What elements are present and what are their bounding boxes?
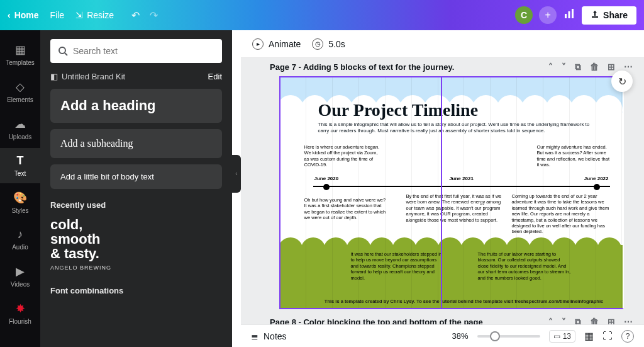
- rail-flourish[interactable]: ✸Flourish: [0, 295, 40, 331]
- canvas-title[interactable]: Our Project Timeline: [318, 100, 597, 120]
- text-block-6[interactable]: It was here that our stakeholders steppe…: [351, 251, 445, 281]
- share-label: Share: [603, 10, 628, 20]
- text-block-3[interactable]: Oh but how young and naive were we? It w…: [304, 197, 386, 221]
- videos-icon: ▶: [16, 265, 25, 278]
- canvas-footer[interactable]: This is a template created by Chris Lysy…: [318, 299, 610, 304]
- rail-audio[interactable]: ♪Audio: [0, 222, 40, 257]
- canvas-desc[interactable]: This is a simple infographic that will a…: [318, 122, 597, 135]
- delete-page-button[interactable]: 🗑: [590, 62, 599, 72]
- palette-icon: ◧: [50, 72, 58, 81]
- date-2021[interactable]: June 2021: [449, 176, 474, 181]
- duplicate-page-button-8[interactable]: ⧉: [575, 317, 581, 324]
- upload-icon: [591, 10, 599, 21]
- search-text-wrap[interactable]: [50, 39, 222, 63]
- svg-line-4: [65, 53, 67, 55]
- selection-guide: [441, 76, 442, 309]
- font-sample-cold-smooth-tasty[interactable]: cold, smooth & tasty. ANGELO BREWING: [50, 217, 222, 271]
- notes-button[interactable]: ≣ Notes: [251, 331, 287, 341]
- plus-icon: +: [545, 9, 550, 21]
- svg-rect-0: [565, 14, 567, 18]
- more-page-button-8[interactable]: ⋯: [624, 317, 633, 324]
- avatar[interactable]: C: [515, 6, 533, 24]
- rail-uploads[interactable]: ☁Uploads: [0, 111, 40, 147]
- text-block-5[interactable]: Coming up towards the end of our 2 year …: [512, 193, 613, 235]
- text-block-7[interactable]: The fruits of our labor were starting to…: [478, 251, 572, 281]
- refresh-icon: ↻: [618, 76, 626, 88]
- page-canvas[interactable]: Our Project Timeline This is a simple in…: [279, 76, 624, 309]
- search-icon: [58, 46, 68, 56]
- add-member-button[interactable]: +: [539, 6, 557, 24]
- svg-rect-1: [569, 11, 570, 18]
- insights-button[interactable]: [563, 8, 575, 23]
- duplicate-page-button[interactable]: ⧉: [575, 62, 581, 72]
- page-count-button[interactable]: ▭ 13: [549, 330, 575, 343]
- zoom-percent[interactable]: 38%: [452, 331, 469, 341]
- play-icon: ▸: [252, 38, 264, 50]
- rail-styles[interactable]: 🎨Styles: [0, 185, 40, 220]
- page-down-button-8[interactable]: ˅: [562, 317, 566, 324]
- add-subheading-button[interactable]: Add a subheading: [50, 129, 222, 158]
- rail-videos[interactable]: ▶Videos: [0, 258, 40, 294]
- font-combinations-title: Font combinations: [50, 286, 222, 295]
- delete-page-button-8[interactable]: 🗑: [590, 317, 599, 324]
- templates-icon: ▦: [15, 43, 26, 57]
- resize-label: Resize: [87, 10, 114, 20]
- page-duration[interactable]: ◷ 5.0s: [312, 38, 345, 50]
- rail-text[interactable]: TText: [0, 148, 40, 183]
- rail-templates[interactable]: ▦Templates: [0, 37, 40, 72]
- add-body-button[interactable]: Add a little bit of body text: [50, 164, 222, 189]
- date-2022[interactable]: June 2022: [584, 176, 609, 181]
- page7-title: Page 7 - Adding 5 blocks of text for the…: [270, 62, 454, 72]
- redo-button[interactable]: ↷: [150, 9, 158, 21]
- undo-button[interactable]: ↶: [131, 9, 140, 21]
- svg-rect-2: [572, 9, 574, 18]
- text-block-4[interactable]: By the end of that first full year, it w…: [406, 193, 503, 223]
- styles-icon: 🎨: [13, 191, 27, 205]
- text-block-1[interactable]: Here is where our adventure began. We ki…: [304, 144, 380, 168]
- brandkit-name: Untitled Brand Kit: [62, 72, 125, 81]
- add-heading-button[interactable]: Add a heading: [50, 89, 222, 123]
- grid-view-button[interactable]: ▦: [584, 330, 594, 342]
- chevron-left-icon: ‹: [8, 10, 11, 20]
- panel-collapse-handle[interactable]: ‹: [232, 155, 241, 193]
- brandkit-edit[interactable]: Edit: [208, 72, 222, 81]
- replay-animation-button[interactable]: ↻: [611, 71, 633, 92]
- audio-icon: ♪: [18, 228, 23, 241]
- rail-elements[interactable]: ◇Elements: [0, 74, 40, 110]
- recently-used-title: Recently used: [50, 200, 222, 210]
- resize-icon: ⇲: [75, 10, 83, 20]
- flourish-icon: ✸: [16, 302, 25, 316]
- text-icon: T: [17, 154, 24, 168]
- add-page-button-8[interactable]: ⊞: [608, 317, 615, 324]
- zoom-slider-knob[interactable]: [491, 333, 499, 340]
- elements-icon: ◇: [16, 80, 25, 94]
- page-down-button[interactable]: ˅: [562, 62, 566, 72]
- page8-title: Page 8 - Color blocking the top and bott…: [270, 317, 483, 324]
- text-block-2[interactable]: Our mighty adventure has ended. But was …: [537, 144, 613, 168]
- notes-icon: ≣: [251, 331, 258, 341]
- page-up-button[interactable]: ˄: [548, 62, 553, 72]
- zoom-slider[interactable]: [477, 335, 540, 338]
- timeline-line[interactable]: June 2020 June 2021 June 2022: [313, 186, 610, 187]
- clock-icon: ◷: [312, 38, 323, 50]
- date-2020[interactable]: June 2020: [314, 176, 339, 181]
- search-input[interactable]: [73, 46, 214, 56]
- fullscreen-button[interactable]: ⛶: [602, 331, 613, 342]
- home-label: Home: [14, 10, 39, 20]
- add-page-button[interactable]: ⊞: [608, 62, 615, 72]
- resize-button[interactable]: ⇲ Resize: [75, 10, 114, 20]
- svg-point-3: [59, 47, 65, 54]
- animate-button[interactable]: ▸ Animate: [252, 38, 301, 50]
- share-button[interactable]: Share: [582, 6, 636, 25]
- page-up-button-8[interactable]: ˄: [548, 317, 553, 324]
- pages-icon: ▭: [553, 332, 560, 341]
- file-menu[interactable]: File: [50, 10, 65, 20]
- chevron-left-icon: ‹: [235, 170, 237, 177]
- home-button[interactable]: ‹ Home: [8, 10, 39, 20]
- uploads-icon: ☁: [14, 117, 26, 131]
- help-button[interactable]: ?: [621, 330, 634, 343]
